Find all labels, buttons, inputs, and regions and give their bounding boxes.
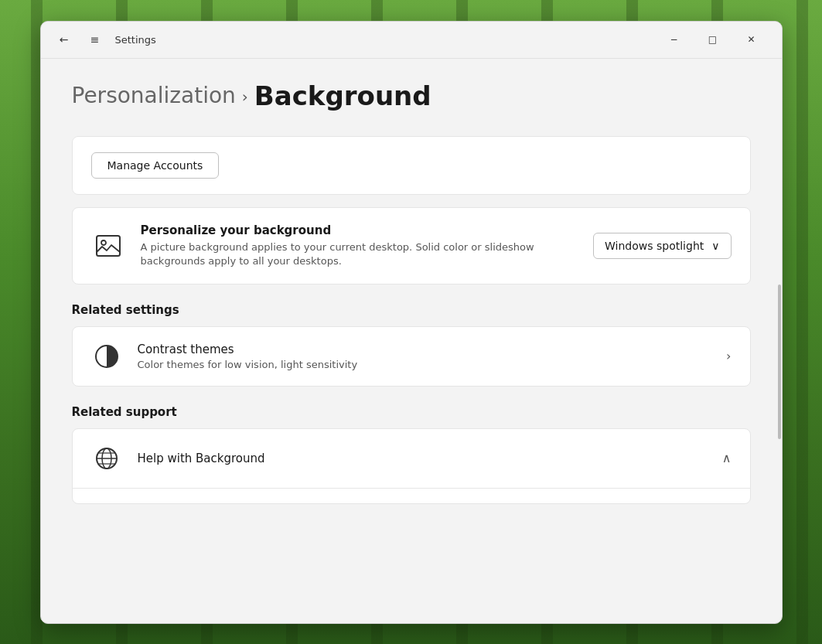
hamburger-button[interactable]: ≡ <box>84 29 106 50</box>
background-type-dropdown[interactable]: Windows spotlight ∨ <box>593 233 731 259</box>
personalize-text: Personalize your background A picture ba… <box>141 223 578 268</box>
window-controls: − □ ✕ <box>657 27 769 52</box>
breadcrumb: Personalization › Background <box>72 80 751 111</box>
page-title: Background <box>254 80 431 111</box>
related-settings-label: Related settings <box>72 303 751 317</box>
scrollbar-thumb[interactable] <box>778 285 781 439</box>
image-icon <box>91 229 125 263</box>
contrast-title: Contrast themes <box>138 342 711 356</box>
contrast-themes-row[interactable]: Contrast themes Color themes for low vis… <box>73 327 750 386</box>
manage-accounts-button[interactable]: Manage Accounts <box>91 152 220 179</box>
contrast-themes-card[interactable]: Contrast themes Color themes for low vis… <box>72 326 751 387</box>
personalize-background-card: Personalize your background A picture ba… <box>72 207 751 285</box>
help-background-row[interactable]: Help with Background ∧ <box>73 429 750 488</box>
help-title: Help with Background <box>138 451 707 465</box>
contrast-icon <box>91 341 122 372</box>
breadcrumb-parent: Personalization <box>72 83 236 108</box>
breadcrumb-arrow: › <box>242 87 248 106</box>
help-expanded-content <box>73 488 750 503</box>
contrast-description: Color themes for low vision, light sensi… <box>138 359 711 370</box>
dropdown-arrow-icon: ∨ <box>711 240 719 252</box>
title-bar: ← ≡ Settings − □ ✕ <box>41 22 782 59</box>
back-icon: ← <box>60 33 69 46</box>
manage-accounts-card: Manage Accounts <box>72 136 751 195</box>
back-button[interactable]: ← <box>53 29 75 50</box>
hamburger-icon: ≡ <box>90 33 100 46</box>
personalize-title: Personalize your background <box>141 223 578 237</box>
scrollbar-track[interactable] <box>777 59 782 623</box>
personalize-description: A picture background applies to your cur… <box>141 240 578 268</box>
maximize-button[interactable]: □ <box>695 27 731 52</box>
window-title: Settings <box>115 34 156 46</box>
close-button[interactable]: ✕ <box>734 27 769 52</box>
minimize-button[interactable]: − <box>657 27 692 52</box>
help-chevron-up-icon: ∧ <box>722 451 732 465</box>
help-card[interactable]: Help with Background ∧ <box>72 428 751 504</box>
related-support-label: Related support <box>72 405 751 419</box>
svg-point-1 <box>101 240 106 245</box>
dropdown-label: Windows spotlight <box>605 240 704 252</box>
settings-window: ← ≡ Settings − □ ✕ Personalization › Bac… <box>40 21 783 624</box>
main-content: Personalization › Background Manage Acco… <box>41 59 782 623</box>
title-bar-left: ← ≡ Settings <box>53 29 657 50</box>
svg-rect-0 <box>97 236 120 256</box>
contrast-text: Contrast themes Color themes for low vis… <box>138 342 711 370</box>
contrast-chevron-right-icon: › <box>726 349 731 363</box>
globe-icon <box>91 443 122 474</box>
